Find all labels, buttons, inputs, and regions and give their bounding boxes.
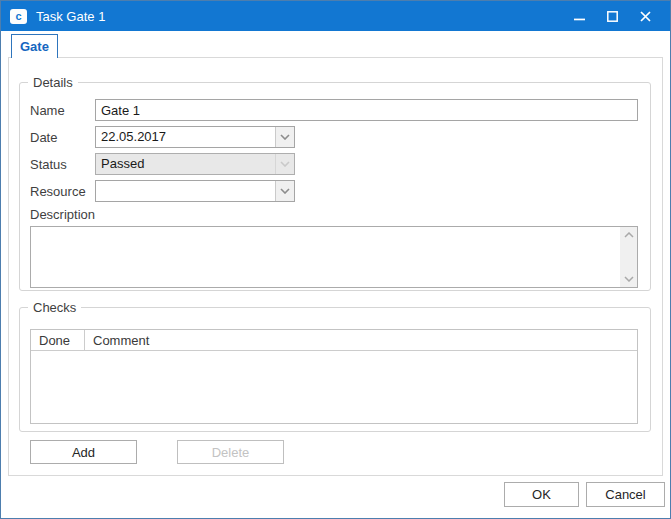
minimize-button[interactable] <box>568 1 590 31</box>
date-row: Date 22.05.2017 <box>30 126 638 148</box>
status-combobox: Passed <box>95 153 295 175</box>
checks-table-header: Done Comment <box>31 330 637 351</box>
tab-strip: Gate <box>1 31 670 57</box>
description-box <box>30 226 638 288</box>
checks-table-body[interactable] <box>31 351 637 423</box>
chevron-up-icon <box>624 232 634 238</box>
description-label: Description <box>30 207 638 222</box>
resource-dropdown-button[interactable] <box>275 181 294 201</box>
checks-legend: Checks <box>28 300 81 315</box>
delete-button: Delete <box>177 440 284 464</box>
name-input[interactable] <box>95 99 638 121</box>
checks-button-row: Add Delete <box>30 440 662 464</box>
checks-groupbox: Checks Done Comment <box>19 307 651 432</box>
chevron-down-icon <box>280 188 290 194</box>
window-controls <box>557 1 670 31</box>
app-icon: c <box>10 9 27 24</box>
column-header-done: Done <box>31 330 85 350</box>
close-icon <box>640 11 651 22</box>
date-combobox[interactable]: 22.05.2017 <box>95 126 295 148</box>
minimize-icon <box>574 11 585 22</box>
details-legend: Details <box>28 75 78 90</box>
resource-row: Resource <box>30 180 638 202</box>
resource-value <box>96 181 275 201</box>
chevron-down-icon <box>280 134 290 140</box>
date-dropdown-button[interactable] <box>275 127 294 147</box>
status-value: Passed <box>96 154 275 174</box>
chevron-down-icon <box>280 161 290 167</box>
tab-gate-label: Gate <box>20 39 49 54</box>
status-label: Status <box>30 157 95 172</box>
description-textarea[interactable] <box>31 227 620 287</box>
add-button[interactable]: Add <box>30 440 137 464</box>
dialog-footer: OK Cancel <box>1 476 670 507</box>
resource-label: Resource <box>30 184 95 199</box>
column-header-comment: Comment <box>85 330 637 350</box>
checks-table[interactable]: Done Comment <box>30 329 638 424</box>
resource-combobox[interactable] <box>95 180 295 202</box>
app-icon-glyph: c <box>15 11 21 22</box>
window-title: Task Gate 1 <box>36 9 557 24</box>
date-label: Date <box>30 130 95 145</box>
tab-panel: Details Name Date 22.05.2017 Status Pass… <box>8 57 663 476</box>
tab-gate[interactable]: Gate <box>11 34 58 58</box>
name-label: Name <box>30 103 95 118</box>
date-value: 22.05.2017 <box>96 127 275 147</box>
close-button[interactable] <box>634 1 656 31</box>
ok-button[interactable]: OK <box>504 482 579 507</box>
details-groupbox: Details Name Date 22.05.2017 Status Pass… <box>19 82 651 291</box>
description-scrollbar[interactable] <box>620 227 637 287</box>
status-row: Status Passed <box>30 153 638 175</box>
cancel-button[interactable]: Cancel <box>586 482 665 507</box>
dialog-window: c Task Gate 1 Gate Details Name <box>0 0 671 519</box>
maximize-icon <box>607 11 618 22</box>
chevron-down-icon <box>624 276 634 282</box>
maximize-button[interactable] <box>601 1 623 31</box>
status-dropdown-button <box>275 154 294 174</box>
titlebar[interactable]: c Task Gate 1 <box>1 1 670 31</box>
name-row: Name <box>30 99 638 121</box>
